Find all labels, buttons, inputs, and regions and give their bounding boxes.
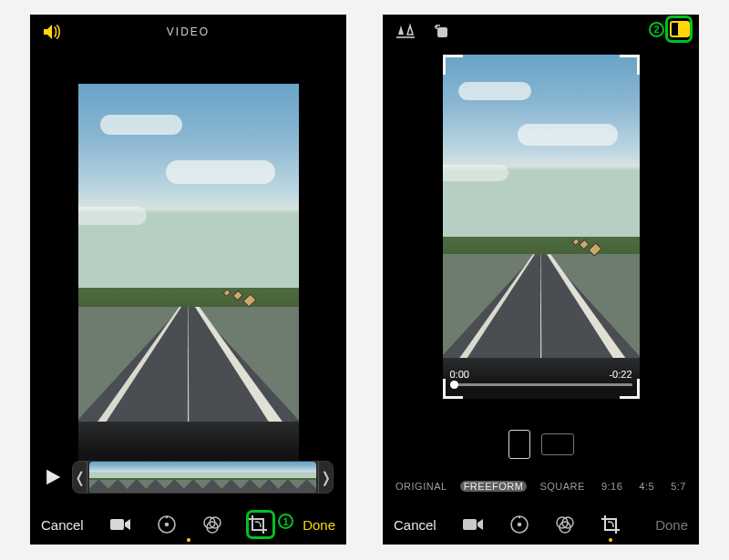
filmstrip[interactable] — [89, 462, 316, 493]
aspect-bar: ORIGINAL FREEFORM SQUARE 9:16 4:5 5:7 — [383, 468, 699, 504]
screen-editor: VIDEO ❬ — [30, 15, 346, 545]
video-preview[interactable] — [78, 84, 299, 468]
adjust-tool-icon[interactable] — [509, 514, 529, 535]
crop-tool-icon[interactable] — [601, 514, 621, 535]
flip-icon[interactable] — [395, 22, 416, 40]
svg-point-13 — [517, 523, 521, 527]
crop-frame[interactable] — [443, 55, 640, 399]
filters-tool-icon[interactable] — [202, 514, 222, 535]
top-bar: 2 — [383, 15, 699, 49]
video-tool-icon[interactable] — [109, 517, 131, 532]
svg-rect-10 — [678, 22, 689, 36]
annotation-number: 2 — [649, 22, 664, 37]
bottom-bar: Cancel Done — [383, 504, 699, 545]
adjust-tool-icon[interactable] — [157, 514, 177, 535]
edit-tool-toolbar — [30, 514, 346, 535]
crop-corner-tl[interactable] — [443, 55, 463, 75]
orientation-row — [383, 430, 699, 466]
video-tool-icon[interactable] — [462, 517, 484, 532]
aspect-original[interactable]: ORIGINAL — [392, 481, 451, 492]
rotate-icon[interactable] — [432, 22, 450, 40]
crop-tool-icon[interactable] — [248, 514, 268, 535]
aspect-ratio-button[interactable] — [670, 20, 690, 38]
crop-corner-bl[interactable] — [443, 379, 463, 399]
crop-corner-tr[interactable] — [620, 55, 640, 75]
trim-control[interactable]: ❬ ❭ — [72, 461, 334, 494]
trim-handle-left[interactable]: ❬ — [73, 462, 87, 493]
svg-rect-11 — [463, 519, 477, 530]
orientation-portrait[interactable] — [508, 430, 530, 459]
crop-area[interactable]: 0:00 -0:22 — [443, 55, 640, 399]
aspect-9-16[interactable]: 9:16 — [598, 481, 626, 492]
aspect-5-7[interactable]: 5:7 — [667, 481, 690, 492]
timeline-row: ❬ ❭ — [43, 461, 334, 494]
top-bar: VIDEO — [30, 15, 346, 49]
crop-corner-br[interactable] — [620, 379, 640, 399]
aspect-freeform[interactable]: FREEFORM — [460, 481, 528, 492]
svg-rect-0 — [110, 519, 124, 530]
volume-button[interactable] — [43, 24, 63, 40]
screen-title: VIDEO — [167, 25, 210, 38]
edit-tool-toolbar — [383, 514, 699, 535]
trim-handle-right[interactable]: ❭ — [318, 462, 333, 493]
svg-point-3 — [165, 516, 168, 519]
orientation-landscape[interactable] — [541, 433, 574, 455]
svg-point-2 — [164, 523, 169, 527]
play-button[interactable] — [43, 467, 63, 487]
svg-point-14 — [518, 516, 520, 519]
screen-crop: 2 0:00 -0:22 — [383, 15, 699, 545]
aspect-square[interactable]: SQUARE — [536, 481, 588, 492]
aspect-4-5[interactable]: 4:5 — [635, 481, 658, 492]
bottom-bar: Cancel Done — [30, 504, 346, 545]
filters-tool-icon[interactable] — [555, 514, 575, 535]
svg-rect-8 — [437, 27, 447, 37]
annotation-number: 1 — [278, 514, 293, 529]
